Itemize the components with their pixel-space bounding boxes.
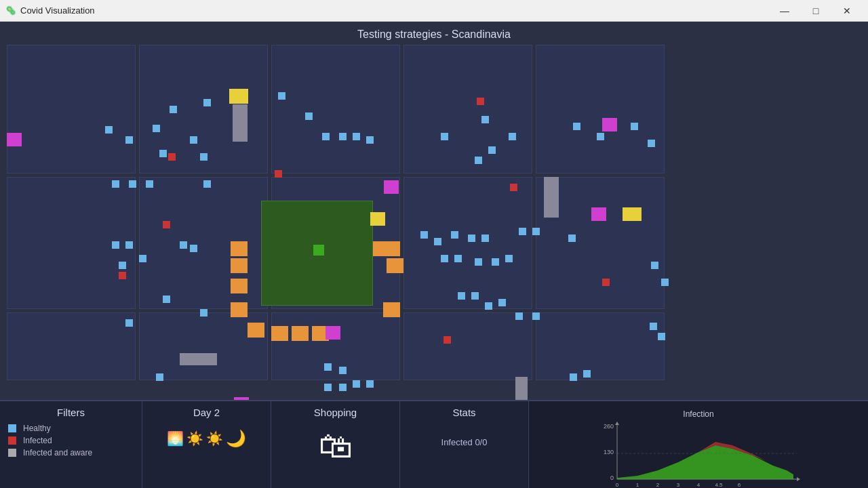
grid-cell-1-1 [139, 177, 268, 309]
barrier-3 [180, 353, 217, 365]
bottom-panel: Filters Healthy Infected Infected and aw… [0, 400, 868, 488]
blue-57 [661, 279, 669, 286]
blue-53 [515, 312, 523, 320]
svg-text:4: 4 [697, 482, 701, 488]
barrier-4 [515, 377, 528, 400]
blue-64 [339, 384, 347, 391]
blue-27 [648, 140, 655, 147]
blue-46 [475, 258, 482, 266]
grid-cell-2-2 [271, 312, 400, 380]
minimize-button[interactable]: — [769, 0, 800, 22]
healthy-label: Healthy [23, 424, 51, 433]
agent-green [313, 245, 324, 256]
magenta-4 [326, 326, 340, 340]
grid-cell-0-0 [7, 45, 136, 174]
infected-aware-label: Infected and aware [23, 448, 92, 458]
blue-21 [509, 133, 516, 140]
simulation-area[interactable] [7, 45, 861, 400]
sun2-icon: ☀️ [206, 430, 223, 447]
day-section: Day 2 🌅 ☀️ ☀️ 🌙 [142, 401, 271, 488]
infection-chart: 260 130 0 0 1 2 3 4 4.5 6 [537, 422, 860, 488]
blue-65 [353, 380, 360, 388]
orange-10 [383, 241, 400, 256]
svg-marker-3 [615, 422, 619, 425]
grid-cell-1-3 [403, 177, 532, 309]
blue-9 [112, 180, 119, 188]
close-button[interactable]: ✕ [831, 0, 863, 22]
blue-2 [125, 136, 133, 144]
red-1 [168, 153, 176, 161]
agent-yellow-3 [623, 207, 642, 221]
stats-section: Stats Infected 0/0 [400, 401, 529, 488]
blue-56 [651, 262, 658, 269]
magenta-6 [602, 118, 617, 131]
blue-39 [451, 231, 458, 239]
infected-checkbox[interactable] [8, 436, 16, 445]
blue-4 [170, 106, 177, 113]
blue-24 [573, 123, 580, 130]
blue-16 [339, 133, 347, 140]
filter-healthy[interactable]: Healthy [8, 424, 134, 433]
maximize-button[interactable]: □ [800, 0, 831, 22]
magenta-3 [234, 397, 249, 400]
orange-7 [292, 326, 309, 341]
magenta-5 [7, 133, 22, 146]
blue-67 [570, 373, 577, 381]
red-7 [602, 279, 610, 286]
blue-43 [532, 228, 540, 235]
blue-44 [441, 255, 448, 262]
blue-45 [454, 255, 462, 262]
blue-17 [353, 133, 360, 140]
orange-6 [271, 326, 288, 341]
shopping-section: Shopping 🛍 [271, 401, 400, 488]
infected-aware-checkbox[interactable] [8, 449, 16, 457]
blue-7 [159, 150, 167, 157]
blue-1 [105, 126, 113, 134]
blue-55 [568, 235, 576, 242]
blue-37 [420, 231, 428, 239]
filter-infected[interactable]: Infected [8, 436, 134, 445]
blue-18 [366, 136, 374, 144]
blue-3 [153, 125, 160, 132]
blue-40 [468, 235, 475, 242]
blue-32 [180, 241, 187, 249]
orange-1 [231, 241, 248, 256]
barrier-2 [544, 177, 559, 218]
blue-52 [498, 299, 506, 306]
blue-36 [200, 309, 208, 317]
filter-infected-aware[interactable]: Infected and aware [8, 448, 134, 458]
blue-19 [441, 133, 448, 140]
healthy-checkbox[interactable] [8, 424, 16, 432]
barrier-1 [233, 104, 248, 142]
app-name: Covid Visualization [20, 5, 95, 16]
filters-title: Filters [8, 407, 134, 418]
blue-5 [203, 99, 211, 106]
red-6 [163, 221, 170, 228]
moon-icon: 🌙 [226, 429, 246, 448]
blue-68 [583, 370, 591, 378]
blue-25 [597, 133, 604, 140]
blue-23 [475, 157, 482, 164]
day-title: Day 2 [193, 407, 220, 418]
svg-text:0: 0 [610, 474, 614, 481]
red-3 [477, 98, 484, 105]
blue-66 [366, 380, 374, 388]
blue-34 [163, 296, 170, 303]
red-4 [510, 184, 517, 191]
infected-label: Infected [23, 436, 52, 445]
day-icons: 🌅 ☀️ ☀️ 🌙 [167, 429, 246, 448]
svg-text:2: 2 [656, 482, 660, 488]
blue-6 [190, 136, 197, 144]
orange-5 [248, 323, 264, 338]
svg-text:4.5: 4.5 [715, 482, 723, 488]
blue-51 [485, 302, 492, 310]
blue-11 [146, 180, 153, 188]
svg-text:260: 260 [604, 423, 614, 430]
svg-text:6: 6 [738, 482, 741, 488]
titlebar-left: 🦠 Covid Visualization [5, 5, 95, 16]
red-2 [275, 170, 282, 178]
blue-58 [650, 323, 657, 330]
blue-50 [471, 292, 479, 300]
blue-60 [156, 373, 163, 381]
titlebar: 🦠 Covid Visualization — □ ✕ [0, 0, 868, 22]
